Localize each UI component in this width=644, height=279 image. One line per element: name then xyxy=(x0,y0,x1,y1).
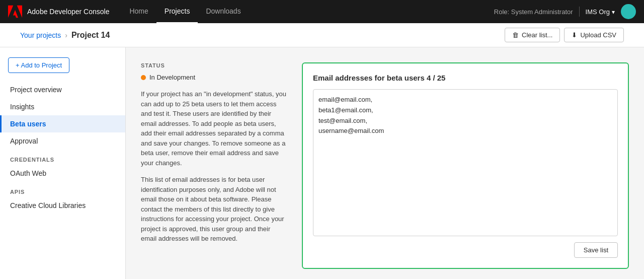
topnav-right: Role: System Administrator IMS Org xyxy=(494,4,636,19)
sidebar-item-approval[interactable]: Approval xyxy=(0,132,125,150)
app-name: Adobe Developer Console xyxy=(27,8,109,16)
app-logo: Adobe Developer Console xyxy=(8,5,109,19)
breadcrumb-parent[interactable]: Your projects xyxy=(20,31,61,39)
sidebar-item-oauth-web[interactable]: OAuth Web xyxy=(0,165,125,182)
content-area: STATUS In Development If your project ha… xyxy=(126,47,644,279)
email-panel-footer: Save list xyxy=(313,242,618,258)
clear-list-label: Clear list... xyxy=(522,31,552,39)
user-role: Role: System Administrator xyxy=(494,8,573,16)
nav-home[interactable]: Home xyxy=(121,0,156,23)
status-desc-p1: If your project has an "in development" … xyxy=(141,89,287,168)
breadcrumb-separator: › xyxy=(65,31,67,39)
topnav-links: Home Projects Downloads xyxy=(121,0,494,23)
topnav: Adobe Developer Console Home Projects Do… xyxy=(0,0,644,23)
breadcrumb-actions: 🗑 Clear list... ⬇ Upload CSV xyxy=(505,28,624,42)
apis-section-label: APIS xyxy=(0,182,125,197)
breadcrumb: Your projects › Project 14 xyxy=(20,31,110,40)
user-avatar[interactable] xyxy=(621,4,636,19)
chevron-down-icon xyxy=(612,8,615,16)
upload-csv-label: Upload CSV xyxy=(580,31,616,39)
sidebar-item-creative-cloud-libraries[interactable]: Creative Cloud Libraries xyxy=(0,197,125,214)
trash-icon: 🗑 xyxy=(512,31,519,39)
email-panel: Email addresses for beta users 4 / 25 Sa… xyxy=(302,62,629,269)
adobe-logo-icon xyxy=(8,5,22,19)
save-list-button[interactable]: Save list xyxy=(574,242,618,258)
status-section-label: STATUS xyxy=(141,62,287,68)
org-name: IMS Org xyxy=(586,8,610,16)
credentials-section-label: CREDENTIALS xyxy=(0,150,125,165)
breadcrumb-bar: Your projects › Project 14 🗑 Clear list.… xyxy=(0,23,644,47)
sidebar-item-beta-users[interactable]: Beta users xyxy=(0,115,125,132)
nav-downloads[interactable]: Downloads xyxy=(198,0,249,23)
sidebar: + Add to Project Project overview Insigh… xyxy=(0,47,126,279)
add-to-project-button[interactable]: + Add to Project xyxy=(8,57,69,73)
status-badge: In Development xyxy=(141,74,287,81)
sidebar-item-label: Project overview xyxy=(10,86,62,94)
main-layout: + Add to Project Project overview Insigh… xyxy=(0,47,644,279)
sidebar-item-label: OAuth Web xyxy=(10,169,46,177)
email-panel-title: Email addresses for beta users 4 / 25 xyxy=(313,74,618,82)
sidebar-item-label: Insights xyxy=(10,103,34,111)
topnav-divider xyxy=(579,7,580,17)
ims-org-selector[interactable]: IMS Org xyxy=(586,8,615,16)
sidebar-item-label: Beta users xyxy=(10,120,46,128)
status-desc-p2: This list of email addresses is for beta… xyxy=(141,175,287,244)
status-dot-icon xyxy=(141,75,146,80)
sidebar-item-label: Creative Cloud Libraries xyxy=(10,201,86,210)
nav-projects[interactable]: Projects xyxy=(156,0,198,23)
status-description: If your project has an "in development" … xyxy=(141,89,287,244)
clear-list-button[interactable]: 🗑 Clear list... xyxy=(505,28,560,42)
sidebar-item-project-overview[interactable]: Project overview xyxy=(0,81,125,98)
upload-csv-button[interactable]: ⬇ Upload CSV xyxy=(564,28,624,42)
download-icon: ⬇ xyxy=(572,31,577,39)
status-panel: STATUS In Development If your project ha… xyxy=(141,62,287,269)
sidebar-item-insights[interactable]: Insights xyxy=(0,98,125,115)
breadcrumb-current: Project 14 xyxy=(71,31,110,40)
sidebar-item-label: Approval xyxy=(10,137,38,145)
beta-users-email-textarea[interactable] xyxy=(313,89,618,236)
status-text: In Development xyxy=(149,74,195,81)
